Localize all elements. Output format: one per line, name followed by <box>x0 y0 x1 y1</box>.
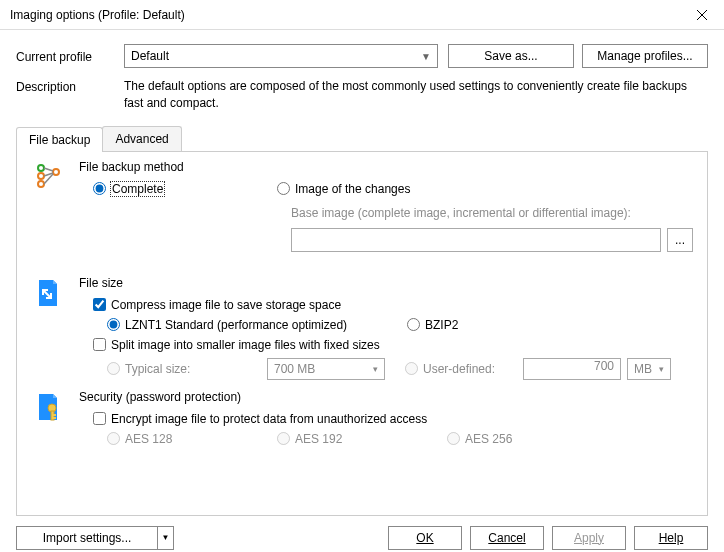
import-settings-label: Import settings... <box>43 531 132 545</box>
security-icon <box>35 392 61 422</box>
radio-aes192 <box>277 432 290 445</box>
unit-select-value: MB <box>634 362 652 376</box>
radio-complete-label: Complete <box>111 182 164 196</box>
import-settings-button[interactable]: Import settings... ▼ <box>16 526 174 550</box>
checkbox-encrypt-label: Encrypt image file to protect data from … <box>111 412 427 426</box>
checkbox-compress-label: Compress image file to save storage spac… <box>111 298 341 312</box>
radio-lznt1[interactable] <box>107 318 120 331</box>
radio-aes256 <box>447 432 460 445</box>
filesize-group-title: File size <box>79 276 693 290</box>
window-title: Imaging options (Profile: Default) <box>10 8 680 22</box>
current-profile-label: Current profile <box>16 48 124 64</box>
description-label: Description <box>16 78 124 112</box>
svg-point-2 <box>38 165 44 171</box>
tab-strip: File backup Advanced <box>16 126 708 152</box>
profile-select-value: Default <box>131 49 169 63</box>
import-dropdown-icon[interactable]: ▼ <box>157 527 173 549</box>
chevron-down-icon: ▾ <box>659 364 664 374</box>
radio-changes-label: Image of the changes <box>295 182 410 196</box>
checkbox-encrypt[interactable] <box>93 412 106 425</box>
method-icon <box>34 162 62 190</box>
filesize-icon <box>35 278 61 308</box>
close-button[interactable] <box>680 0 724 30</box>
typical-size-value: 700 MB <box>274 362 315 376</box>
chevron-down-icon: ▼ <box>421 51 431 62</box>
svg-point-3 <box>38 173 44 179</box>
profile-select[interactable]: Default ▼ <box>124 44 438 68</box>
tab-file-backup[interactable]: File backup <box>16 127 103 152</box>
user-defined-input: 700 <box>523 358 621 380</box>
svg-rect-12 <box>53 414 56 416</box>
description-text: The default options are composed of the … <box>124 78 708 112</box>
radio-aes128-label: AES 128 <box>125 432 172 446</box>
checkbox-compress[interactable] <box>93 298 106 311</box>
svg-point-4 <box>38 181 44 187</box>
typical-size-select: 700 MB ▾ <box>267 358 385 380</box>
radio-typical-label: Typical size: <box>125 362 190 376</box>
cancel-button[interactable]: Cancel <box>470 526 544 550</box>
browse-button[interactable]: ... <box>667 228 693 252</box>
unit-select: MB ▾ <box>627 358 671 380</box>
tab-advanced[interactable]: Advanced <box>102 126 181 151</box>
chevron-down-icon: ▾ <box>373 364 378 374</box>
radio-aes256-label: AES 256 <box>465 432 512 446</box>
manage-profiles-button[interactable]: Manage profiles... <box>582 44 708 68</box>
method-group-title: File backup method <box>79 160 693 174</box>
checkbox-split-label: Split image into smaller image files wit… <box>111 338 380 352</box>
radio-user-defined <box>405 362 418 375</box>
base-image-input[interactable] <box>291 228 661 252</box>
ok-button[interactable]: OK <box>388 526 462 550</box>
apply-button[interactable]: Apply <box>552 526 626 550</box>
radio-changes[interactable] <box>277 182 290 195</box>
radio-aes192-label: AES 192 <box>295 432 342 446</box>
svg-line-6 <box>44 168 53 171</box>
help-button[interactable]: Help <box>634 526 708 550</box>
checkbox-split[interactable] <box>93 338 106 351</box>
svg-rect-13 <box>53 417 56 419</box>
radio-lznt1-label: LZNT1 Standard (performance optimized) <box>125 318 347 332</box>
radio-bzip2[interactable] <box>407 318 420 331</box>
tab-body: File backup method Complete Image of the… <box>16 152 708 516</box>
radio-user-defined-label: User-defined: <box>423 362 495 376</box>
svg-point-5 <box>53 169 59 175</box>
save-as-button[interactable]: Save as... <box>448 44 574 68</box>
security-group-title: Security (password protection) <box>79 390 693 404</box>
radio-typical-size <box>107 362 120 375</box>
radio-aes128 <box>107 432 120 445</box>
radio-bzip2-label: BZIP2 <box>425 318 458 332</box>
titlebar: Imaging options (Profile: Default) <box>0 0 724 30</box>
base-image-hint: Base image (complete image, incremental … <box>291 206 693 220</box>
radio-complete[interactable] <box>93 182 106 195</box>
close-icon <box>697 10 707 20</box>
